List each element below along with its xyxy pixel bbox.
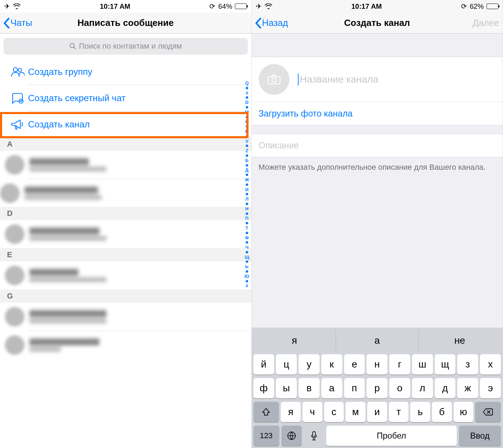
nav-bar: Назад Создать канал Далее bbox=[252, 13, 503, 34]
rotation-lock-icon: ⟳ bbox=[461, 2, 467, 10]
globe-key[interactable] bbox=[281, 426, 302, 446]
key[interactable]: у bbox=[299, 354, 320, 374]
key[interactable]: д bbox=[435, 378, 456, 398]
section-index[interactable]: Q # D M O R V Z Б Д Ж И Л Н П Т Ф Ч Щ Ь … bbox=[244, 80, 251, 448]
svg-point-0 bbox=[70, 43, 74, 48]
key[interactable]: ю bbox=[454, 402, 474, 422]
rotation-lock-icon: ⟳ bbox=[209, 2, 215, 10]
create-secret-chat-label: Создать секретный чат bbox=[28, 93, 126, 104]
screen-compose: ✈ 10:17 AM ⟳ 64% Чаты Написать сообщение… bbox=[0, 0, 252, 448]
camera-icon bbox=[267, 74, 281, 85]
key[interactable]: з bbox=[457, 354, 478, 374]
key[interactable]: г bbox=[389, 354, 410, 374]
battery-icon bbox=[235, 4, 247, 9]
key[interactable]: в bbox=[299, 378, 320, 398]
contact-item[interactable] bbox=[0, 220, 251, 248]
key[interactable]: э bbox=[480, 378, 501, 398]
key[interactable]: р bbox=[366, 378, 387, 398]
chevron-left-icon bbox=[255, 18, 261, 28]
space-key[interactable]: Пробел bbox=[326, 426, 457, 446]
key[interactable]: н bbox=[366, 354, 387, 374]
battery-percent: 62% bbox=[470, 2, 484, 10]
svg-point-2 bbox=[13, 68, 18, 72]
page-title: Создать канал bbox=[252, 18, 503, 28]
contact-item[interactable] bbox=[0, 303, 251, 331]
svg-point-3 bbox=[18, 68, 22, 72]
numeric-key[interactable]: 123 bbox=[253, 426, 279, 446]
back-label: Чаты bbox=[11, 18, 32, 28]
channel-avatar-button[interactable] bbox=[259, 64, 289, 95]
spacer bbox=[252, 125, 503, 134]
section-header-g: G bbox=[0, 289, 251, 303]
avatar bbox=[0, 183, 20, 203]
page-title: Написать сообщение bbox=[0, 18, 251, 28]
key[interactable]: м bbox=[345, 402, 365, 422]
suggestion[interactable]: я bbox=[253, 330, 336, 351]
battery-icon bbox=[487, 4, 498, 9]
key[interactable]: ц bbox=[276, 354, 297, 374]
key[interactable]: х bbox=[480, 354, 501, 374]
section-header-a: A bbox=[0, 138, 251, 151]
back-button[interactable]: Назад bbox=[255, 18, 288, 28]
back-button[interactable]: Чаты bbox=[4, 18, 32, 28]
status-bar: ✈ 10:17 AM ⟳ 64% bbox=[0, 0, 251, 13]
key[interactable]: ф bbox=[253, 378, 274, 398]
backspace-icon bbox=[483, 408, 493, 416]
suggestion[interactable]: не bbox=[418, 330, 501, 351]
key[interactable]: й bbox=[253, 354, 274, 374]
key[interactable]: л bbox=[412, 378, 433, 398]
wifi-icon bbox=[265, 4, 272, 9]
suggestion-bar: я а не bbox=[253, 330, 501, 351]
suggestion[interactable]: а bbox=[336, 330, 418, 351]
backspace-key[interactable] bbox=[475, 402, 501, 422]
contact-item[interactable] bbox=[0, 331, 251, 359]
contact-item[interactable] bbox=[0, 151, 251, 179]
key[interactable]: ш bbox=[412, 354, 433, 374]
svg-point-6 bbox=[272, 78, 276, 82]
contact-item[interactable] bbox=[28, 179, 251, 207]
key[interactable]: е bbox=[344, 354, 365, 374]
upload-photo-button[interactable]: Загрузить фото канала bbox=[252, 102, 503, 125]
avatar bbox=[5, 266, 25, 285]
return-key[interactable]: Ввод bbox=[459, 426, 501, 446]
key[interactable]: ы bbox=[276, 378, 297, 398]
section-header-d: D bbox=[0, 207, 251, 220]
svg-line-1 bbox=[74, 47, 76, 49]
create-channel-button[interactable]: Создать канал bbox=[0, 111, 251, 138]
create-group-button[interactable]: Создать группу bbox=[0, 59, 251, 85]
shift-key[interactable] bbox=[253, 402, 279, 422]
status-bar: ✈ 10:17 AM ⟳ 62% bbox=[252, 0, 503, 13]
next-button[interactable]: Далее bbox=[473, 18, 499, 28]
search-icon bbox=[69, 43, 76, 50]
key[interactable]: т bbox=[389, 402, 409, 422]
clock: 10:17 AM bbox=[351, 2, 382, 10]
screen-create-channel: ✈ 10:17 AM ⟳ 62% Назад Создать канал Дал… bbox=[252, 0, 503, 448]
spacer bbox=[252, 34, 503, 57]
keyboard: я а не й ц у к е н г ш щ з х ф ы в а п р… bbox=[252, 328, 503, 448]
contact-item[interactable] bbox=[0, 261, 251, 289]
key[interactable]: щ bbox=[435, 354, 456, 374]
key[interactable]: ь bbox=[410, 402, 430, 422]
search-placeholder: Поиск по контактам и людям bbox=[79, 42, 182, 51]
key[interactable]: ж bbox=[457, 378, 478, 398]
avatar bbox=[5, 155, 25, 175]
key[interactable]: ч bbox=[302, 402, 322, 422]
channel-name-input[interactable] bbox=[298, 74, 496, 85]
key[interactable]: п bbox=[344, 378, 365, 398]
description-input[interactable]: Описание bbox=[252, 134, 503, 157]
key[interactable]: б bbox=[432, 402, 452, 422]
airplane-icon: ✈ bbox=[256, 2, 262, 10]
dictation-key[interactable] bbox=[304, 426, 324, 446]
key[interactable]: и bbox=[367, 402, 387, 422]
key[interactable]: о bbox=[389, 378, 410, 398]
key[interactable]: с bbox=[324, 402, 344, 422]
globe-icon bbox=[287, 431, 296, 440]
create-secret-chat-button[interactable]: Создать секретный чат bbox=[0, 85, 251, 111]
section-header-e: E bbox=[0, 248, 251, 261]
key[interactable]: к bbox=[321, 354, 342, 374]
group-icon bbox=[7, 66, 28, 78]
key[interactable]: а bbox=[321, 378, 342, 398]
microphone-icon bbox=[310, 431, 317, 441]
search-input[interactable]: Поиск по контактам и людям bbox=[4, 38, 248, 55]
key[interactable]: я bbox=[281, 402, 301, 422]
